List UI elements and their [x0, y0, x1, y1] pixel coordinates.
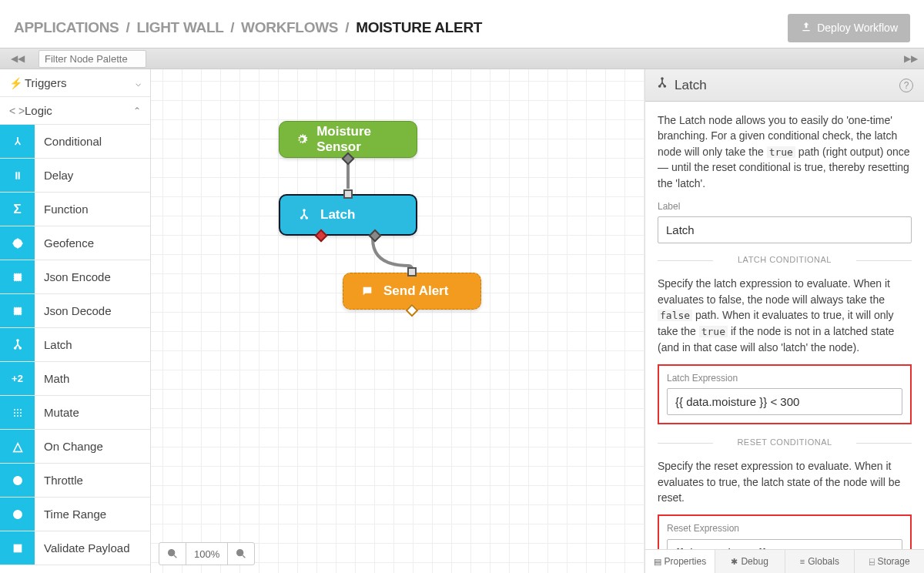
tab-globals[interactable]: ≡Globals [785, 550, 855, 573]
database-icon: ⌸ [869, 557, 875, 566]
zoom-in-button[interactable] [228, 543, 254, 565]
help-icon[interactable]: ? [899, 79, 913, 92]
latch-conditional-description: Specify the latch expression to evaluate… [658, 276, 912, 355]
panel-tabs: ▤Properties ✱Debug ≡Globals ⌸Storage [645, 549, 924, 573]
expand-right-icon[interactable]: ▶▶ [904, 53, 918, 64]
deploy-workflow-button[interactable]: Deploy Workflow [788, 14, 910, 42]
node-palette: ⚡ Triggers ⌵ < > Logic ⌃ ConditionalDela… [0, 69, 151, 573]
input-port[interactable] [343, 189, 353, 199]
tab-properties[interactable]: ▤Properties [645, 550, 715, 573]
reset-conditional-description: Specify the reset expression to evaluate… [658, 458, 912, 505]
properties-panel: Latch ? The Latch node allows you to eas… [644, 69, 924, 573]
target-icon [0, 226, 35, 260]
palette-node-json-decode[interactable]: Json Decode [0, 294, 150, 328]
palette-node-mutate[interactable]: Mutate [0, 396, 150, 430]
palette-node-json-encode[interactable]: Json Encode [0, 260, 150, 294]
toolbar-strip: ◀◀ ▶▶ [0, 48, 924, 69]
branch-icon [0, 125, 35, 158]
palette-node-math[interactable]: +2Math [0, 362, 150, 396]
svg-point-5 [14, 347, 15, 349]
gear-icon [295, 131, 309, 148]
output-port[interactable] [406, 304, 419, 317]
svg-rect-2 [14, 273, 21, 280]
output-port-true[interactable] [369, 230, 382, 243]
palette-node-time-range[interactable]: Time Range [0, 498, 150, 531]
tab-storage[interactable]: ⌸Storage [854, 550, 924, 573]
grid-icon [0, 396, 35, 429]
latch-icon [656, 77, 668, 93]
svg-point-6 [19, 347, 21, 349]
palette-node-function[interactable]: ΣFunction [0, 193, 150, 226]
panel-description: The Latch node allows you to easily do '… [658, 112, 912, 191]
label-input[interactable] [658, 216, 912, 243]
svg-point-26 [664, 85, 665, 87]
crumb-light-wall[interactable]: LIGHT WALL [136, 19, 223, 35]
message-icon [359, 283, 376, 300]
lightning-icon: ⚡ [9, 77, 25, 89]
svg-point-8 [17, 409, 18, 410]
svg-point-12 [20, 412, 22, 414]
bug-icon: ✱ [731, 557, 738, 567]
palette-node-geofence[interactable]: Geofence [0, 226, 150, 260]
latch-expression-input[interactable] [667, 388, 902, 415]
collapse-left-icon[interactable]: ◀◀ [0, 53, 35, 64]
code-icon: < > [9, 105, 25, 117]
upload-icon [800, 21, 812, 35]
palette-node-on-change[interactable]: △On Change [0, 430, 150, 464]
node-latch[interactable]: Latch [279, 194, 417, 236]
category-logic[interactable]: < > Logic ⌃ [0, 97, 150, 125]
chevron-up-icon: ⌃ [133, 106, 141, 116]
panel-header: Latch ? [645, 69, 924, 102]
chevron-down-icon: ⌵ [136, 78, 141, 89]
svg-point-14 [17, 415, 18, 417]
palette-node-conditional[interactable]: Conditional [0, 125, 150, 159]
latch-expression-highlight: Latch Expression [658, 364, 912, 424]
filter-palette-input[interactable] [38, 50, 146, 68]
workflow-canvas[interactable]: Moisture Sensor Latch Send Alert 100% [151, 69, 644, 573]
palette-node-delay[interactable]: Delay [0, 159, 150, 193]
svg-point-1 [16, 242, 19, 245]
reset-expression-label: Reset Expression [667, 522, 902, 535]
pause-icon [0, 159, 35, 192]
svg-point-15 [20, 415, 22, 417]
svg-rect-3 [14, 307, 21, 314]
node-send-alert[interactable]: Send Alert [343, 273, 481, 310]
sigma-icon: Σ [0, 193, 35, 226]
svg-point-10 [14, 412, 15, 414]
header: APPLICATIONS / LIGHT WALL / WORKFLOWS / … [0, 0, 924, 48]
svg-point-19 [303, 209, 305, 211]
palette-node-validate-payload[interactable]: Validate Payload [0, 531, 150, 565]
input-port[interactable] [407, 267, 417, 276]
throttle-icon [0, 464, 35, 497]
svg-point-11 [17, 412, 18, 414]
latch-icon [0, 328, 35, 361]
clock-icon [0, 498, 35, 531]
svg-point-20 [301, 217, 303, 219]
plus2-icon: +2 [0, 362, 35, 395]
crumb-applications[interactable]: APPLICATIONS [14, 19, 119, 35]
svg-point-13 [14, 415, 15, 417]
palette-node-latch[interactable]: Latch [0, 328, 150, 362]
encode-icon [0, 260, 35, 293]
palette-node-throttle[interactable]: Throttle [0, 464, 150, 498]
zoom-controls: 100% [159, 542, 255, 565]
crumb-current: MOISTURE ALERT [356, 19, 482, 35]
category-triggers[interactable]: ⚡ Triggers ⌵ [0, 69, 150, 97]
tab-debug[interactable]: ✱Debug [715, 550, 785, 573]
decode-icon [0, 294, 35, 327]
output-port-false[interactable] [314, 230, 327, 243]
svg-point-24 [661, 78, 663, 79]
reset-expression-input[interactable] [667, 539, 902, 549]
crumb-workflows[interactable]: WORKFLOWS [241, 19, 338, 35]
document-icon: ▤ [654, 557, 661, 567]
delta-icon: △ [0, 430, 35, 463]
list-icon: ≡ [800, 557, 805, 566]
label-field-label: Label [658, 200, 912, 213]
reset-expression-highlight: Reset Expression [658, 514, 912, 549]
zoom-out-button[interactable] [159, 543, 186, 565]
svg-point-9 [20, 409, 22, 410]
node-moisture-sensor[interactable]: Moisture Sensor [279, 121, 417, 158]
svg-point-25 [659, 85, 661, 87]
latch-icon [296, 206, 313, 223]
svg-point-21 [306, 217, 307, 219]
